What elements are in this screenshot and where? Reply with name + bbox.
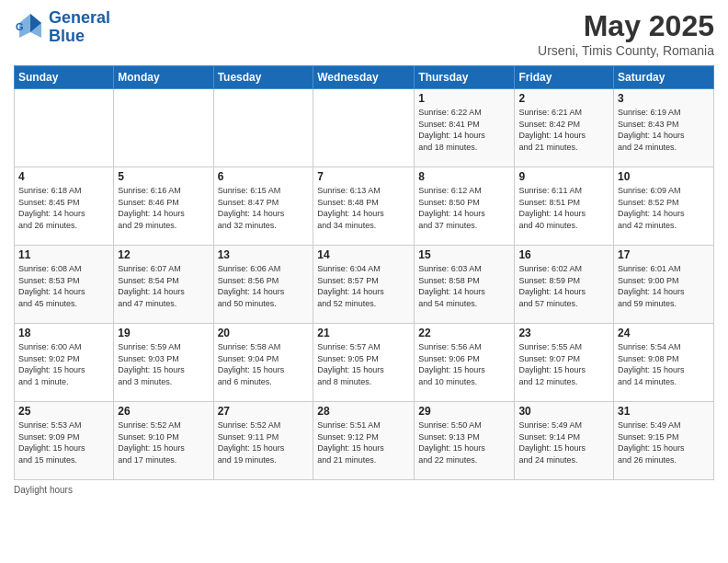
day-number: 12: [118, 248, 209, 261]
day-number: 5: [118, 170, 209, 183]
day-number: 7: [317, 170, 410, 183]
day-info: Sunrise: 6:00 AM Sunset: 9:02 PM Dayligh…: [18, 341, 109, 387]
calendar-cell: [114, 89, 213, 167]
day-number: 24: [618, 327, 710, 339]
day-info: Sunrise: 6:13 AM Sunset: 8:48 PM Dayligh…: [317, 185, 410, 231]
calendar-cell: 4Sunrise: 6:18 AM Sunset: 8:45 PM Daylig…: [15, 167, 114, 246]
calendar-cell: 9Sunrise: 6:11 AM Sunset: 8:51 PM Daylig…: [515, 167, 614, 246]
calendar-cell: 1Sunrise: 6:22 AM Sunset: 8:41 PM Daylig…: [415, 89, 515, 167]
calendar-cell: [313, 89, 415, 167]
day-info: Sunrise: 5:50 AM Sunset: 9:13 PM Dayligh…: [418, 419, 510, 465]
day-info: Sunrise: 5:49 AM Sunset: 9:14 PM Dayligh…: [518, 419, 609, 465]
calendar-cell: 27Sunrise: 5:52 AM Sunset: 9:11 PM Dayli…: [213, 402, 313, 480]
calendar-cell: 8Sunrise: 6:12 AM Sunset: 8:50 PM Daylig…: [415, 167, 515, 246]
day-info: Sunrise: 5:55 AM Sunset: 9:07 PM Dayligh…: [518, 341, 609, 387]
day-number: 30: [518, 405, 609, 418]
calendar-cell: 30Sunrise: 5:49 AM Sunset: 9:14 PM Dayli…: [515, 402, 614, 480]
calendar-cell: 21Sunrise: 5:57 AM Sunset: 9:05 PM Dayli…: [313, 324, 415, 402]
calendar-cell: 20Sunrise: 5:58 AM Sunset: 9:04 PM Dayli…: [213, 324, 313, 402]
calendar-cell: 13Sunrise: 6:06 AM Sunset: 8:56 PM Dayli…: [213, 246, 313, 324]
day-info: Sunrise: 6:09 AM Sunset: 8:52 PM Dayligh…: [618, 185, 710, 231]
day-header-monday: Monday: [114, 66, 213, 89]
day-number: 25: [18, 405, 109, 418]
day-info: Sunrise: 6:04 AM Sunset: 8:57 PM Dayligh…: [317, 263, 410, 309]
week-row-0: 1Sunrise: 6:22 AM Sunset: 8:41 PM Daylig…: [15, 89, 714, 167]
day-info: Sunrise: 5:51 AM Sunset: 9:12 PM Dayligh…: [317, 419, 410, 465]
day-number: 31: [618, 405, 710, 418]
calendar-header: SundayMondayTuesdayWednesdayThursdayFrid…: [15, 66, 714, 89]
logo-line1: General: [49, 9, 110, 28]
calendar-cell: 23Sunrise: 5:55 AM Sunset: 9:07 PM Dayli…: [515, 324, 614, 402]
subtitle: Urseni, Timis County, Romania: [538, 43, 714, 58]
day-info: Sunrise: 6:11 AM Sunset: 8:51 PM Dayligh…: [518, 185, 609, 231]
day-info: Sunrise: 6:22 AM Sunset: 8:41 PM Dayligh…: [418, 107, 510, 153]
week-row-1: 4Sunrise: 6:18 AM Sunset: 8:45 PM Daylig…: [15, 167, 714, 246]
logo: G General Blue: [14, 9, 110, 46]
day-number: 22: [418, 327, 510, 339]
day-info: Sunrise: 6:12 AM Sunset: 8:50 PM Dayligh…: [418, 185, 510, 231]
calendar-body: 1Sunrise: 6:22 AM Sunset: 8:41 PM Daylig…: [15, 89, 714, 480]
day-number: 28: [317, 405, 410, 418]
day-info: Sunrise: 6:02 AM Sunset: 8:59 PM Dayligh…: [518, 263, 609, 309]
day-number: 6: [218, 170, 310, 183]
day-header-sunday: Sunday: [15, 66, 114, 89]
day-info: Sunrise: 5:52 AM Sunset: 9:11 PM Dayligh…: [218, 419, 310, 465]
day-info: Sunrise: 5:59 AM Sunset: 9:03 PM Dayligh…: [118, 341, 209, 387]
daylight-label: Daylight hours: [14, 485, 73, 495]
day-number: 27: [218, 405, 310, 418]
calendar-cell: 29Sunrise: 5:50 AM Sunset: 9:13 PM Dayli…: [415, 402, 515, 480]
day-number: 1: [418, 92, 510, 105]
day-info: Sunrise: 5:56 AM Sunset: 9:06 PM Dayligh…: [418, 341, 510, 387]
day-number: 16: [518, 248, 609, 261]
logo-text: General Blue: [49, 9, 110, 46]
calendar-cell: 28Sunrise: 5:51 AM Sunset: 9:12 PM Dayli…: [313, 402, 415, 480]
week-row-2: 11Sunrise: 6:08 AM Sunset: 8:53 PM Dayli…: [15, 246, 714, 324]
day-info: Sunrise: 5:52 AM Sunset: 9:10 PM Dayligh…: [118, 419, 209, 465]
logo-line2: Blue: [49, 28, 110, 46]
day-number: 2: [518, 92, 609, 105]
day-info: Sunrise: 5:54 AM Sunset: 9:08 PM Dayligh…: [618, 341, 710, 387]
day-number: 14: [317, 248, 410, 261]
day-number: 17: [618, 248, 710, 261]
calendar-cell: 26Sunrise: 5:52 AM Sunset: 9:10 PM Dayli…: [114, 402, 213, 480]
day-number: 23: [518, 327, 609, 339]
calendar-cell: 31Sunrise: 5:49 AM Sunset: 9:15 PM Dayli…: [614, 402, 714, 480]
calendar-cell: 6Sunrise: 6:15 AM Sunset: 8:47 PM Daylig…: [213, 167, 313, 246]
day-info: Sunrise: 6:18 AM Sunset: 8:45 PM Dayligh…: [18, 185, 109, 231]
day-info: Sunrise: 5:49 AM Sunset: 9:15 PM Dayligh…: [618, 419, 710, 465]
svg-text:G: G: [16, 21, 24, 32]
week-row-3: 18Sunrise: 6:00 AM Sunset: 9:02 PM Dayli…: [15, 324, 714, 402]
main-title: May 2025: [538, 9, 714, 43]
calendar-cell: 10Sunrise: 6:09 AM Sunset: 8:52 PM Dayli…: [614, 167, 714, 246]
day-info: Sunrise: 5:57 AM Sunset: 9:05 PM Dayligh…: [317, 341, 410, 387]
calendar-cell: 7Sunrise: 6:13 AM Sunset: 8:48 PM Daylig…: [313, 167, 415, 246]
logo-icon: G: [14, 10, 49, 45]
calendar-cell: 22Sunrise: 5:56 AM Sunset: 9:06 PM Dayli…: [415, 324, 515, 402]
day-info: Sunrise: 6:16 AM Sunset: 8:46 PM Dayligh…: [118, 185, 209, 231]
calendar-cell: 25Sunrise: 5:53 AM Sunset: 9:09 PM Dayli…: [15, 402, 114, 480]
day-number: 9: [518, 170, 609, 183]
day-number: 8: [418, 170, 510, 183]
day-info: Sunrise: 5:58 AM Sunset: 9:04 PM Dayligh…: [218, 341, 310, 387]
day-number: 10: [618, 170, 710, 183]
day-header-saturday: Saturday: [614, 66, 714, 89]
day-header-thursday: Thursday: [415, 66, 515, 89]
calendar-cell: 11Sunrise: 6:08 AM Sunset: 8:53 PM Dayli…: [15, 246, 114, 324]
day-info: Sunrise: 6:07 AM Sunset: 8:54 PM Dayligh…: [118, 263, 209, 309]
calendar-cell: 24Sunrise: 5:54 AM Sunset: 9:08 PM Dayli…: [614, 324, 714, 402]
calendar-cell: 14Sunrise: 6:04 AM Sunset: 8:57 PM Dayli…: [313, 246, 415, 324]
title-block: May 2025 Urseni, Timis County, Romania: [538, 9, 714, 58]
calendar-cell: 5Sunrise: 6:16 AM Sunset: 8:46 PM Daylig…: [114, 167, 213, 246]
calendar-cell: 12Sunrise: 6:07 AM Sunset: 8:54 PM Dayli…: [114, 246, 213, 324]
calendar-cell: 18Sunrise: 6:00 AM Sunset: 9:02 PM Dayli…: [15, 324, 114, 402]
day-info: Sunrise: 6:03 AM Sunset: 8:58 PM Dayligh…: [418, 263, 510, 309]
day-number: 26: [118, 405, 209, 418]
day-number: 11: [18, 248, 109, 261]
day-number: 19: [118, 327, 209, 339]
header-row: SundayMondayTuesdayWednesdayThursdayFrid…: [15, 66, 714, 89]
calendar-cell: [213, 89, 313, 167]
day-number: 20: [218, 327, 310, 339]
week-row-4: 25Sunrise: 5:53 AM Sunset: 9:09 PM Dayli…: [15, 402, 714, 480]
calendar-cell: 15Sunrise: 6:03 AM Sunset: 8:58 PM Dayli…: [415, 246, 515, 324]
day-number: 18: [18, 327, 109, 339]
